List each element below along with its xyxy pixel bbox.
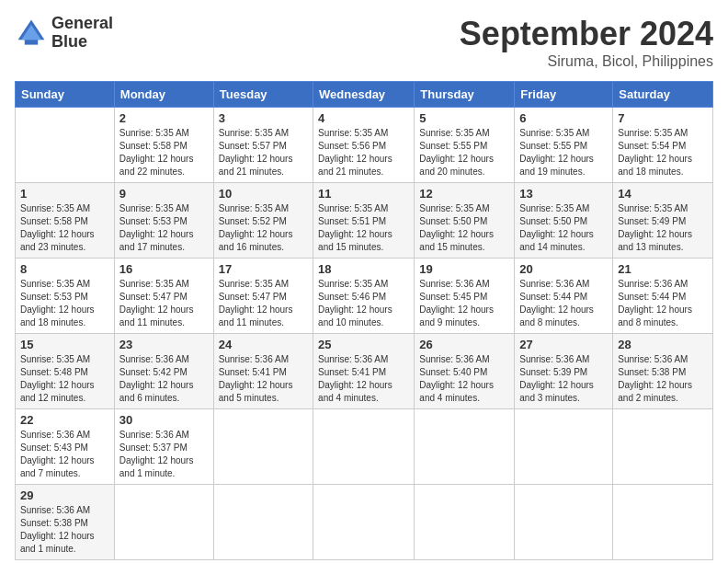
calendar-cell [313, 485, 415, 560]
day-info: Sunrise: 5:35 AMSunset: 5:55 PMDaylight:… [419, 127, 509, 178]
sunrise-text: Sunrise: 5:36 AM [519, 279, 589, 289]
day-number: 19 [419, 262, 509, 276]
day-number: 5 [419, 111, 509, 125]
day-info: Sunrise: 5:35 AMSunset: 5:58 PMDaylight:… [119, 127, 209, 178]
calendar-cell: 18Sunrise: 5:35 AMSunset: 5:46 PMDayligh… [313, 259, 415, 334]
calendar-cell: 30Sunrise: 5:36 AMSunset: 5:37 PMDayligh… [114, 409, 213, 485]
calendar-cell: 27Sunrise: 5:36 AMSunset: 5:39 PMDayligh… [515, 334, 613, 409]
daylight-text: Daylight: 12 hours and 15 minutes. [318, 229, 392, 252]
daylight-text: Daylight: 12 hours and 18 minutes. [20, 304, 95, 327]
day-info: Sunrise: 5:35 AMSunset: 5:49 PMDaylight:… [618, 202, 708, 254]
day-info: Sunrise: 5:36 AMSunset: 5:39 PMDaylight:… [519, 353, 608, 405]
weekday-header: Monday [114, 82, 213, 108]
day-number: 20 [519, 262, 608, 276]
calendar-cell [613, 409, 713, 485]
day-info: Sunrise: 5:35 AMSunset: 5:48 PMDaylight:… [20, 353, 109, 405]
day-number: 22 [20, 413, 109, 427]
sunset-text: Sunset: 5:45 PM [419, 292, 487, 302]
day-number: 1 [20, 187, 109, 201]
day-number: 28 [618, 338, 708, 351]
daylight-text: Daylight: 12 hours and 1 minute. [20, 531, 95, 554]
sunset-text: Sunset: 5:41 PM [318, 367, 386, 377]
weekday-header: Wednesday [313, 82, 415, 108]
daylight-text: Daylight: 12 hours and 18 minutes. [618, 154, 692, 177]
calendar-cell: 17Sunrise: 5:35 AMSunset: 5:47 PMDayligh… [213, 259, 313, 334]
calendar-cell: 28Sunrise: 5:36 AMSunset: 5:38 PMDayligh… [613, 334, 713, 409]
calendar-cell: 22Sunrise: 5:36 AMSunset: 5:43 PMDayligh… [16, 409, 115, 485]
day-info: Sunrise: 5:36 AMSunset: 5:38 PMDaylight:… [618, 353, 708, 405]
daylight-text: Daylight: 12 hours and 20 minutes. [419, 154, 494, 177]
sunrise-text: Sunrise: 5:36 AM [119, 354, 189, 364]
calendar-week-row: 2Sunrise: 5:35 AMSunset: 5:58 PMDaylight… [16, 108, 713, 183]
daylight-text: Daylight: 12 hours and 19 minutes. [519, 154, 594, 177]
sunrise-text: Sunrise: 5:35 AM [318, 128, 388, 138]
daylight-text: Daylight: 12 hours and 14 minutes. [519, 229, 594, 252]
calendar-week-row: 1Sunrise: 5:35 AMSunset: 5:58 PMDaylight… [16, 183, 713, 259]
daylight-text: Daylight: 12 hours and 9 minutes. [419, 304, 494, 327]
sunrise-text: Sunrise: 5:35 AM [20, 203, 90, 213]
sunrise-text: Sunrise: 5:35 AM [318, 279, 388, 289]
day-info: Sunrise: 5:36 AMSunset: 5:44 PMDaylight:… [618, 278, 708, 329]
calendar-cell: 21Sunrise: 5:36 AMSunset: 5:44 PMDayligh… [613, 259, 713, 334]
calendar-cell: 24Sunrise: 5:36 AMSunset: 5:41 PMDayligh… [213, 334, 313, 409]
daylight-text: Daylight: 12 hours and 10 minutes. [318, 304, 392, 327]
sunset-text: Sunset: 5:48 PM [20, 367, 88, 377]
sunset-text: Sunset: 5:42 PM [119, 367, 188, 377]
calendar-cell: 6Sunrise: 5:35 AMSunset: 5:55 PMDaylight… [515, 108, 613, 183]
calendar-cell [613, 485, 713, 560]
calendar-cell: 5Sunrise: 5:35 AMSunset: 5:55 PMDaylight… [415, 108, 515, 183]
sunrise-text: Sunrise: 5:36 AM [419, 279, 489, 289]
sunrise-text: Sunrise: 5:35 AM [519, 128, 589, 138]
weekday-header: Thursday [415, 82, 515, 108]
day-info: Sunrise: 5:35 AMSunset: 5:54 PMDaylight:… [618, 127, 708, 178]
day-info: Sunrise: 5:35 AMSunset: 5:58 PMDaylight:… [20, 202, 109, 254]
day-number: 6 [519, 111, 608, 125]
day-number: 9 [119, 187, 209, 201]
day-info: Sunrise: 5:36 AMSunset: 5:41 PMDaylight:… [318, 353, 409, 405]
daylight-text: Daylight: 12 hours and 7 minutes. [20, 455, 95, 478]
calendar-cell: 7Sunrise: 5:35 AMSunset: 5:54 PMDaylight… [613, 108, 713, 183]
day-number: 11 [318, 187, 409, 201]
day-number: 16 [119, 262, 209, 276]
calendar-cell: 14Sunrise: 5:35 AMSunset: 5:49 PMDayligh… [613, 183, 713, 259]
calendar-table: SundayMondayTuesdayWednesdayThursdayFrid… [15, 81, 713, 560]
calendar-cell [16, 108, 115, 183]
day-info: Sunrise: 5:35 AMSunset: 5:47 PMDaylight:… [219, 278, 308, 329]
calendar-cell: 15Sunrise: 5:35 AMSunset: 5:48 PMDayligh… [16, 334, 115, 409]
day-number: 13 [519, 187, 608, 201]
calendar-cell [213, 485, 313, 560]
day-info: Sunrise: 5:36 AMSunset: 5:43 PMDaylight:… [20, 429, 109, 480]
sunset-text: Sunset: 5:38 PM [20, 518, 88, 528]
sunset-text: Sunset: 5:38 PM [618, 367, 686, 377]
sunrise-text: Sunrise: 5:35 AM [119, 203, 189, 213]
sunset-text: Sunset: 5:54 PM [618, 141, 686, 151]
sunrise-text: Sunrise: 5:36 AM [219, 354, 289, 364]
sunset-text: Sunset: 5:58 PM [119, 141, 188, 151]
day-number: 23 [119, 338, 209, 351]
day-number: 12 [419, 187, 509, 201]
calendar-cell: 25Sunrise: 5:36 AMSunset: 5:41 PMDayligh… [313, 334, 415, 409]
day-number: 26 [419, 338, 509, 351]
day-info: Sunrise: 5:36 AMSunset: 5:44 PMDaylight:… [519, 278, 608, 329]
calendar-cell: 4Sunrise: 5:35 AMSunset: 5:56 PMDaylight… [313, 108, 415, 183]
weekday-header: Friday [515, 82, 613, 108]
calendar-cell: 26Sunrise: 5:36 AMSunset: 5:40 PMDayligh… [415, 334, 515, 409]
sunrise-text: Sunrise: 5:35 AM [618, 203, 688, 213]
sunset-text: Sunset: 5:50 PM [419, 216, 487, 226]
daylight-text: Daylight: 12 hours and 17 minutes. [119, 229, 194, 252]
sunrise-text: Sunrise: 5:36 AM [519, 354, 589, 364]
sunrise-text: Sunrise: 5:35 AM [618, 128, 688, 138]
day-info: Sunrise: 5:35 AMSunset: 5:46 PMDaylight:… [318, 278, 409, 329]
sunset-text: Sunset: 5:53 PM [119, 216, 188, 226]
daylight-text: Daylight: 12 hours and 12 minutes. [20, 380, 95, 403]
day-number: 29 [20, 488, 109, 502]
sunset-text: Sunset: 5:55 PM [419, 141, 487, 151]
day-number: 4 [318, 111, 409, 125]
daylight-text: Daylight: 12 hours and 8 minutes. [519, 304, 594, 327]
daylight-text: Daylight: 12 hours and 15 minutes. [419, 229, 494, 252]
logo-icon [15, 17, 48, 50]
day-number: 10 [219, 187, 308, 201]
daylight-text: Daylight: 12 hours and 11 minutes. [219, 304, 293, 327]
sunset-text: Sunset: 5:43 PM [20, 442, 88, 453]
sunrise-text: Sunrise: 5:36 AM [20, 430, 90, 440]
